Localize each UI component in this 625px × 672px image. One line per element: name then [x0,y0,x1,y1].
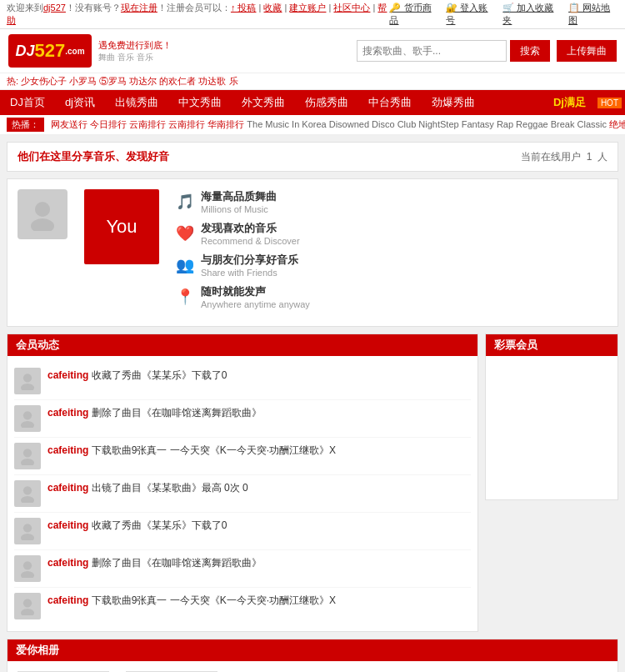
hot-songs-content: 少女伤心子 小罗马 ⑤罗马 功达尔 的欢仁者 功达歌 乐 [21,76,238,86]
activity-user-5[interactable]: cafeiting [48,519,88,531]
activity-avatar-6 [14,555,41,582]
ticker-link-6[interactable]: 绝地偷芝麻 [609,119,625,129]
top-bar: 欢迎来到dj527！没有账号？现在注册！注册会员可以：↑ 投稿 | 收藏 | 建… [0,0,625,29]
hot-song-5[interactable]: 的欢仁者 [159,76,196,86]
site-name-link[interactable]: dj527 [43,3,66,13]
activity-avatar-7 [14,593,41,619]
hot-songs-bar: 热: 少女伤心子 小罗马 ⑤罗马 功达尔 的欢仁者 功达歌 乐 [0,73,625,90]
avatar-icon-7 [18,597,37,615]
svg-point-10 [23,524,32,532]
online-banner: 他们在这里分享音乐、发现好音 当前在线用户 1 人 [7,142,618,172]
nav-item-featured[interactable]: 出镜秀曲 [105,90,168,115]
nav-item-foreign[interactable]: 外文秀曲 [232,90,295,115]
activity-text-1: cafeiting 收藏了秀曲《某某乐》下载了0 [48,368,227,383]
ticker-link-1[interactable]: 网友送行 [51,119,88,129]
hot-song-4[interactable]: 功达尔 [129,76,157,86]
activity-item-3: cafeiting 下载歌曲9张真一 一今天突《K一今天突·功酬江继歌》X [14,438,471,475]
svg-point-6 [23,449,32,457]
logo-dj: DJ [15,43,34,60]
activity-avatar-4 [14,480,41,507]
related-section: 爱你相册 倍长嗡嗡网 bbs.af97.com 我们一量我方分享娱乐音乐hafu… [7,639,618,672]
svg-point-9 [21,496,34,503]
feature-share: 👥 与朋友们分享好音乐 Share with Friends [176,253,608,278]
logo-com: .com [65,47,84,56]
activity-text-2: cafeiting 删除了曲目《在咖啡馆迷离舞蹈歌曲》 [48,405,262,420]
feature-share-subtitle: Share with Friends [201,268,298,278]
login-link[interactable]: 🔐 登入账号 [446,2,496,27]
svg-point-0 [35,202,50,217]
ticker-link-3[interactable]: 云南排行 [129,119,166,129]
feature-discover-text: 发现喜欢的音乐 Recommend & Discover [201,221,300,246]
nav-item-news[interactable]: dj资讯 [55,90,105,115]
avatar-icon-2 [18,409,37,428]
svg-point-12 [23,561,32,569]
ticker-link-2[interactable]: 今日排行 [90,119,127,129]
hot-song-1[interactable]: 少女伤心子 [21,76,67,86]
nav-item-dj[interactable]: Dj满足 [543,90,596,115]
account-link[interactable]: 建立账户 [289,3,326,13]
search-button[interactable]: 搜索 [510,40,550,62]
activity-avatar-2 [14,405,41,432]
hot-song-3[interactable]: ⑤罗马 [99,76,127,86]
svg-point-1 [31,218,54,231]
heart-icon: ❤️ [176,224,194,243]
nav-item-home[interactable]: DJ首页 [0,90,55,115]
ticker-link-5[interactable]: 华南排行 [208,119,244,129]
activity-action-2: 删除了曲目《在咖啡馆迷离舞蹈歌曲》 [92,407,262,419]
you-label: You [106,216,137,238]
svg-point-8 [23,486,32,494]
hot-song-2[interactable]: 小罗马 [69,76,97,86]
avatar-icon-3 [18,447,37,465]
nav-item-hot[interactable]: 劲爆秀曲 [422,90,485,115]
svg-point-14 [23,599,32,607]
activity-header: 会员动态 [8,334,478,356]
feature-discover-subtitle: Recommend & Discover [201,236,300,246]
supplier-link[interactable]: 🔑 货币商品 [389,2,439,27]
activity-user-3[interactable]: cafeiting [48,444,88,456]
activity-col: 会员动态 cafeiting 收藏了秀曲《某某乐》下载了0 [7,333,478,632]
feature-music: 🎵 海量高品质舞曲 Millions of Music [176,189,608,214]
hot-song-7[interactable]: 乐 [229,76,238,86]
related-body: 倍长嗡嗡网 bbs.af97.com 我们一量我方分享娱乐音乐hafua 我们一… [8,661,618,672]
activity-user-4[interactable]: cafeiting [48,482,88,494]
nav-item-sad[interactable]: 伤感秀曲 [295,90,358,115]
vote-link[interactable]: ↑ 投稿 [231,3,257,13]
activity-text-4: cafeiting 出镜了曲目《某某歌曲》最高 0次 0 [48,480,248,495]
logo-tagline: 舞曲 音乐 音乐 [98,52,172,63]
activity-action-3: 下载歌曲9张真一 一今天突《K一今天突·功酬江继歌》X [92,444,336,456]
hot-song-6[interactable]: 功达歌 [198,76,226,86]
top-bar-left-text: 欢迎来到dj527！没有账号？现在注册！注册会员可以：↑ 投稿 | 收藏 | 建… [7,3,387,25]
logo-image: DJ 527 .com [8,34,92,68]
activity-user-1[interactable]: cafeiting [48,369,88,381]
logo-527: 527 [34,40,65,62]
upload-button[interactable]: 上传舞曲 [557,40,617,62]
activity-text-7: cafeiting 下载歌曲9张真一 一今天突《K一今天突·功酬江继歌》X [48,593,336,608]
nav-item-chinese[interactable]: 中文秀曲 [168,90,232,115]
search-area: 搜索 上传舞曲 [357,40,617,62]
feature-anytime-text: 随时就能发声 Anywhere anytime anyway [201,284,310,309]
ticker-link-4[interactable]: 云南排行 [168,119,205,129]
activity-user-7[interactable]: cafeiting [48,594,88,606]
online-count-label: 当前在线用户 [521,151,581,163]
register-link[interactable]: 现在注册 [121,3,158,13]
cart-link[interactable]: 🛒 加入收藏夹 [502,2,562,27]
community-link[interactable]: 社区中心 [333,3,370,13]
fav-link[interactable]: 收藏 [263,3,282,13]
svg-point-5 [21,421,34,428]
svg-point-15 [21,609,34,615]
activity-user-2[interactable]: cafeiting [48,407,88,419]
search-input[interactable] [357,40,507,62]
activity-item-7: cafeiting 下载歌曲9张真一 一今天突《K一今天突·功酬江继歌》X [14,588,471,624]
activity-avatar-5 [14,518,41,544]
two-col-layout: 会员动态 cafeiting 收藏了秀曲《某某乐》下载了0 [7,333,618,632]
avatar-icon-4 [18,484,37,503]
nav-item-mandarin[interactable]: 中台秀曲 [358,90,422,115]
svg-point-2 [23,374,32,382]
activity-text-6: cafeiting 删除了曲目《在咖啡馆迷离舞蹈歌曲》 [48,555,262,570]
online-count-unit: 人 [598,151,608,163]
ticker-label: 热播： [7,118,44,132]
activity-user-6[interactable]: cafeiting [48,557,88,569]
vip-body [486,356,618,369]
sitemap-link[interactable]: 📋 网站地图 [568,2,618,27]
feature-share-text: 与朋友们分享好音乐 Share with Friends [201,253,298,278]
